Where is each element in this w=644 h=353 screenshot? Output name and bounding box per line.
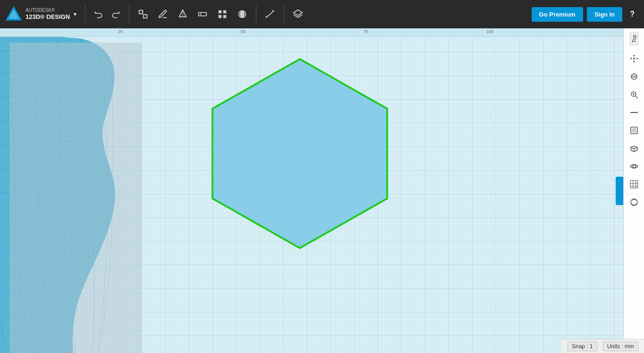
- measure-section: [260, 7, 280, 21]
- main-toolbar: AUTODESK® 123D® DESIGN ▾: [0, 0, 644, 28]
- view-top-label: Top: [630, 32, 638, 45]
- svg-point-37: [633, 165, 636, 168]
- modify-section: [193, 7, 212, 21]
- visibility-button[interactable]: [626, 158, 643, 175]
- help-button[interactable]: ?: [626, 8, 638, 20]
- side-expand-tab[interactable]: [616, 177, 623, 205]
- status-bar: Snap : 1 Units : mm: [562, 339, 644, 353]
- material-section: [232, 7, 252, 21]
- svg-rect-13: [223, 15, 226, 18]
- material-button[interactable]: [234, 7, 250, 21]
- undo-button[interactable]: [91, 7, 107, 21]
- grid-toggle-button[interactable]: [626, 176, 643, 193]
- ruler-top: 25 50 75 100: [0, 28, 644, 37]
- svg-rect-8: [199, 12, 207, 16]
- construct-section: [173, 7, 193, 21]
- svg-rect-11: [223, 10, 226, 13]
- svg-line-30: [636, 96, 638, 98]
- ruler-tick-75: 75: [364, 28, 368, 34]
- svg-marker-18: [294, 10, 302, 16]
- canvas-area[interactable]: 25 50 75 100: [0, 28, 644, 353]
- sketch-button[interactable]: [155, 7, 171, 21]
- redo-button[interactable]: [107, 7, 123, 21]
- modify-button[interactable]: [195, 7, 211, 21]
- sketch-section: [153, 7, 173, 21]
- autodesk-logo-icon: [5, 5, 23, 23]
- ruler-tick-50: 50: [241, 28, 246, 34]
- svg-marker-25: [212, 59, 387, 248]
- pan-button[interactable]: [626, 50, 643, 67]
- svg-rect-38: [630, 181, 638, 188]
- divider-3: [256, 5, 256, 24]
- pattern-button[interactable]: [214, 7, 230, 21]
- divider-1: [85, 5, 85, 24]
- orbit-button[interactable]: [626, 68, 643, 85]
- svg-rect-10: [219, 10, 221, 13]
- snap-status[interactable]: Snap : 1: [568, 342, 597, 351]
- svg-rect-3: [144, 15, 147, 18]
- construct-button[interactable]: [175, 7, 191, 21]
- ruler-tick-100: 100: [486, 28, 493, 34]
- layers-section: [288, 7, 308, 21]
- autodesk-label: AUTODESK®: [25, 7, 70, 13]
- fit-view-button[interactable]: [626, 122, 643, 139]
- svg-point-27: [633, 58, 635, 60]
- divider-4: [284, 5, 284, 24]
- units-status[interactable]: Units : mm: [603, 342, 638, 351]
- logo-dropdown-icon[interactable]: ▾: [74, 11, 76, 17]
- hexagon-shape[interactable]: [189, 52, 411, 257]
- svg-line-15: [266, 11, 274, 18]
- right-action-buttons: Go Premium Sign In ?: [532, 7, 644, 22]
- layers-button[interactable]: [290, 7, 306, 21]
- undo-redo-section: [89, 7, 125, 21]
- product-label: 123D® DESIGN: [25, 13, 70, 21]
- 3d-model: [0, 28, 156, 353]
- transform-section: [133, 7, 153, 21]
- pattern-section: [212, 7, 232, 21]
- ruler-tick-25: 25: [118, 28, 123, 34]
- zoom-in-button[interactable]: [626, 86, 643, 103]
- material-view-button[interactable]: [626, 194, 643, 211]
- svg-rect-33: [630, 112, 638, 113]
- perspective-button[interactable]: [626, 140, 643, 157]
- svg-rect-2: [139, 10, 143, 14]
- transform-button[interactable]: [135, 7, 151, 21]
- sign-in-button[interactable]: Sign In: [587, 7, 622, 22]
- model-shadow: [9, 43, 142, 353]
- divider-2: [129, 5, 129, 24]
- logo-area: AUTODESK® 123D® DESIGN ▾: [0, 5, 81, 23]
- hexagon-svg: [189, 52, 411, 255]
- zoom-minus-icon[interactable]: [626, 104, 643, 121]
- svg-rect-35: [632, 129, 636, 132]
- measure-button[interactable]: [262, 7, 278, 21]
- svg-rect-12: [219, 15, 221, 18]
- right-view-panel: Top: [623, 28, 644, 353]
- go-premium-button[interactable]: Go Premium: [532, 7, 583, 22]
